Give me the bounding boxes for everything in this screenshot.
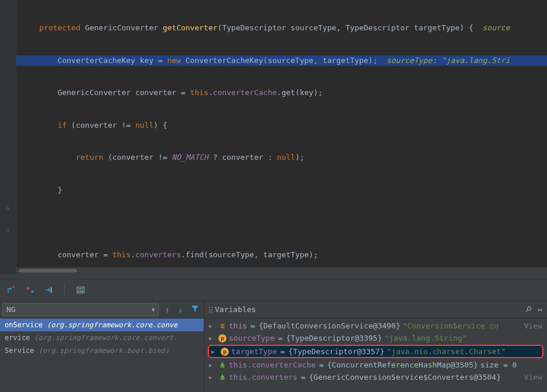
code-line[interactable]: return (converter != NO_MATCH ? converte… bbox=[16, 152, 547, 163]
chevron-down-icon: ▼ bbox=[152, 307, 155, 313]
variables-title: Variables bbox=[215, 305, 256, 314]
parameter-icon: p bbox=[218, 334, 227, 342]
drag-handle-icon[interactable] bbox=[209, 307, 210, 313]
variables-pane: Variables ⚲ ↔ ▶ ≡ this = {DefaultConvers… bbox=[204, 301, 547, 392]
filter-icon[interactable] bbox=[189, 304, 201, 314]
variable-row[interactable]: ▶ ≡ this = {DefaultConversionService@349… bbox=[204, 320, 547, 332]
variable-row-highlighted[interactable]: ▶ p targetType = {TypeDescriptor@3357} "… bbox=[208, 345, 543, 358]
variables-list[interactable]: ▶ ≡ this = {DefaultConversionService@349… bbox=[204, 318, 547, 392]
gutter-collapse-icon[interactable]: ⊖ bbox=[6, 205, 9, 212]
drop-frame-icon[interactable] bbox=[25, 285, 35, 295]
pin-icon[interactable]: ⚲ bbox=[524, 304, 534, 315]
variable-row[interactable]: ▶ ⋔ this.converterCache = {ConcurrentRef… bbox=[204, 359, 547, 371]
code-line[interactable]: converter = this.converters.find(sourceT… bbox=[16, 250, 547, 261]
expand-icon[interactable]: ▶ bbox=[211, 349, 218, 355]
expand-icon[interactable]: ▶ bbox=[209, 323, 216, 329]
variable-row[interactable]: ▶ p sourceType = {TypeDescriptor@3395} "… bbox=[204, 332, 547, 344]
svg-rect-4 bbox=[80, 290, 81, 292]
expand-icon[interactable]: ▶ bbox=[209, 335, 216, 341]
code-line[interactable]: if (converter != null) { bbox=[16, 120, 547, 131]
frames-pane: NG ▼ ↑ ↓ onService (org.springframework.… bbox=[0, 301, 204, 392]
previous-frame-icon[interactable]: ↑ bbox=[162, 305, 172, 314]
code-line[interactable] bbox=[16, 217, 547, 228]
expand-icon[interactable]: ▶ bbox=[209, 362, 216, 368]
svg-rect-0 bbox=[51, 287, 52, 293]
gutter-collapse-icon[interactable]: ⊖ bbox=[6, 227, 9, 233]
stack-frame-row[interactable]: Service (org.springframework.boot.bind) bbox=[0, 344, 204, 357]
restore-layout-icon[interactable]: ↔ bbox=[538, 305, 542, 314]
code-line-current[interactable]: ConverterCacheKey key = new ConverterCac… bbox=[16, 55, 547, 66]
next-frame-icon[interactable]: ↓ bbox=[176, 305, 185, 314]
run-to-cursor-icon[interactable] bbox=[43, 285, 54, 295]
horizontal-scrollbar[interactable] bbox=[16, 267, 547, 274]
editor-gutter: ⊖ ⊖ bbox=[0, 0, 16, 274]
code-editor[interactable]: ⊖ ⊖ protected GenericConverter getConver… bbox=[0, 0, 547, 274]
code-line[interactable]: protected GenericConverter getConverter(… bbox=[16, 23, 547, 34]
evaluate-expression-icon[interactable] bbox=[75, 285, 86, 295]
stack-frame-row[interactable]: onService (org.springframework.core.conv… bbox=[0, 318, 204, 331]
panel-splitter[interactable] bbox=[0, 274, 547, 279]
step-return-icon[interactable] bbox=[6, 285, 16, 295]
expand-icon[interactable]: ▶ bbox=[209, 374, 216, 380]
variable-row[interactable]: ▶ ⋔ this.converters = {GenericConversion… bbox=[204, 371, 547, 383]
field-ref-icon: ⋔ bbox=[218, 373, 227, 382]
frames-list[interactable]: onService (org.springframework.core.conv… bbox=[0, 318, 204, 392]
toolbar-separator bbox=[64, 284, 65, 296]
stack-frame-row[interactable]: ervice (org.springframework.core.convert… bbox=[0, 331, 204, 344]
svg-rect-5 bbox=[82, 290, 83, 292]
svg-rect-3 bbox=[78, 290, 79, 292]
debug-toolbar bbox=[0, 279, 547, 301]
field-ref-icon: ⋔ bbox=[218, 361, 227, 369]
code-line[interactable]: GenericConverter converter = this.conver… bbox=[16, 88, 547, 99]
svg-rect-2 bbox=[78, 288, 83, 289]
thread-name: NG bbox=[6, 305, 16, 314]
svg-rect-1 bbox=[77, 287, 84, 293]
thread-selector[interactable]: NG ▼ bbox=[2, 303, 159, 316]
parameter-icon: p bbox=[221, 348, 229, 356]
code-line[interactable]: } bbox=[16, 185, 547, 196]
scrollbar-thumb[interactable] bbox=[19, 269, 77, 272]
object-icon: ≡ bbox=[218, 322, 227, 330]
